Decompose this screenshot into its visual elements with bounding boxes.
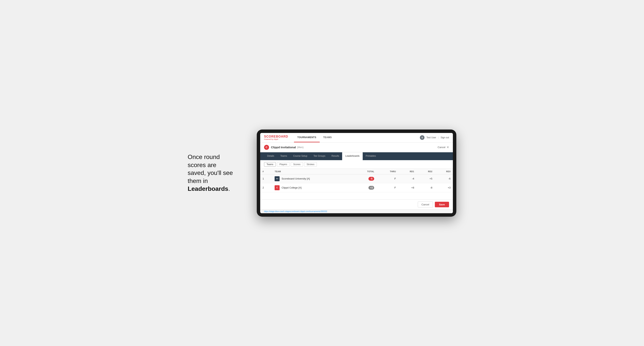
team-name-1: Scoreboard University [A] <box>282 177 310 180</box>
logo-title: SCOREBOARD <box>264 135 288 138</box>
logo-sub-prefix: Powered by <box>264 138 274 140</box>
rd1-1: -4 <box>398 174 416 183</box>
col-rank: # <box>260 169 272 174</box>
nav-tournaments[interactable]: TOURNAMENTS <box>294 133 320 142</box>
save-button[interactable]: Save <box>435 202 449 207</box>
col-thru: THRU <box>376 169 398 174</box>
nav-links: TOURNAMENTS TEAMS <box>294 133 335 142</box>
rank-2: 2 <box>260 183 272 192</box>
col-rd2: RD2 <box>416 169 435 174</box>
col-rd3: RD3 <box>435 169 453 174</box>
rd3-1: -6 <box>435 174 453 183</box>
description-line4: them in <box>188 177 208 184</box>
sub-tabs: Details Teams Course Setup Tee Groups Re… <box>260 152 453 160</box>
tournament-name: Clippd Invitational <box>271 146 296 149</box>
rd1-2: +8 <box>398 183 416 192</box>
filter-strokes[interactable]: Strokes <box>304 162 317 167</box>
description-line2: scores are <box>188 162 216 169</box>
rd2-2: -8 <box>416 183 435 192</box>
col-team: TEAM <box>272 169 353 174</box>
description-line3: saved, you'll see <box>188 169 233 176</box>
filter-teams[interactable]: Teams <box>264 162 276 167</box>
url-text: https://stage-blue-coach.stagescoreboard… <box>264 210 327 212</box>
tablet-frame: SCOREBOARD Powered by clippd TOURNAMENTS… <box>257 130 456 217</box>
team-name-2: Clippd College [A] <box>282 186 302 189</box>
filter-players[interactable]: Players <box>277 162 290 167</box>
tournament-logo: C <box>264 145 269 150</box>
team-cell-1: SU Scoreboard University [A] <box>272 174 353 183</box>
sign-out-link[interactable]: Sign out <box>440 136 449 139</box>
tournament-gender: (Men) <box>297 146 304 149</box>
rd3-2: +3 <box>435 183 453 192</box>
url-bar: https://stage-blue-coach.stagescoreboard… <box>260 209 453 213</box>
filter-scores[interactable]: Scores <box>291 162 303 167</box>
logo-sub: Powered by clippd <box>264 138 288 140</box>
nav-right: S Test User | Sign out <box>420 135 449 140</box>
table-header-row: # TEAM TOTAL THRU RD1 RD2 RD3 <box>260 169 453 174</box>
tab-course-setup[interactable]: Course Setup <box>290 152 310 160</box>
logo-prefix: SCORE <box>264 135 276 138</box>
logo-sub-brand: clippd <box>274 138 278 140</box>
team-logo-2: C <box>274 185 280 190</box>
tab-leaderboards[interactable]: Leaderboards <box>342 152 362 160</box>
team-logo-1: SU <box>274 176 280 181</box>
team-cell-2: C Clippd College [A] <box>272 183 353 192</box>
close-icon: ✕ <box>446 145 449 149</box>
tournament-header: C Clippd Invitational (Men) Cancel ✕ <box>260 143 453 152</box>
cancel-label: Cancel <box>438 146 446 149</box>
col-total: TOTAL <box>353 169 377 174</box>
total-1: -5 <box>353 174 377 183</box>
filter-bar: Teams Players Scores Strokes <box>260 160 453 169</box>
footer-bar: Cancel Save <box>260 199 453 209</box>
user-avatar: S <box>420 135 424 140</box>
logo-suffix: BOARD <box>276 135 288 138</box>
tablet-screen: SCOREBOARD Powered by clippd TOURNAMENTS… <box>260 133 453 213</box>
leaderboard-table-container: # TEAM TOTAL THRU RD1 RD2 RD3 1 <box>260 169 453 199</box>
top-nav: SCOREBOARD Powered by clippd TOURNAMENTS… <box>260 133 453 143</box>
col-rd1: RD1 <box>398 169 416 174</box>
tab-printables[interactable]: Printables <box>363 152 379 160</box>
nav-teams[interactable]: TEAMS <box>320 133 335 142</box>
thru-2: F <box>376 183 398 192</box>
logo-area: SCOREBOARD Powered by clippd <box>264 135 288 140</box>
tab-details[interactable]: Details <box>264 152 277 160</box>
description-line1: Once round <box>188 154 220 160</box>
tournament-cancel-btn[interactable]: Cancel ✕ <box>438 145 449 149</box>
cancel-button[interactable]: Cancel <box>418 201 433 207</box>
description-line5: Leaderboards <box>188 185 228 192</box>
score-badge-2: +3 <box>368 186 374 190</box>
total-2: +3 <box>353 183 377 192</box>
tab-results[interactable]: Results <box>328 152 342 160</box>
left-description: Once round scores are saved, you'll see … <box>188 153 245 193</box>
period: . <box>228 185 230 192</box>
user-name: Test User <box>426 136 436 139</box>
rank-1: 1 <box>260 174 272 183</box>
table-row: 2 C Clippd College [A] +3 F <box>260 183 453 192</box>
leaderboard-table: # TEAM TOTAL THRU RD1 RD2 RD3 1 <box>260 169 453 192</box>
tab-teams[interactable]: Teams <box>277 152 290 160</box>
tab-tee-groups[interactable]: Tee Groups <box>310 152 328 160</box>
table-row: 1 SU Scoreboard University [A] -5 F <box>260 174 453 183</box>
thru-1: F <box>376 174 398 183</box>
rd2-1: +5 <box>416 174 435 183</box>
nav-divider: | <box>438 136 439 139</box>
score-badge-1: -5 <box>368 177 374 181</box>
